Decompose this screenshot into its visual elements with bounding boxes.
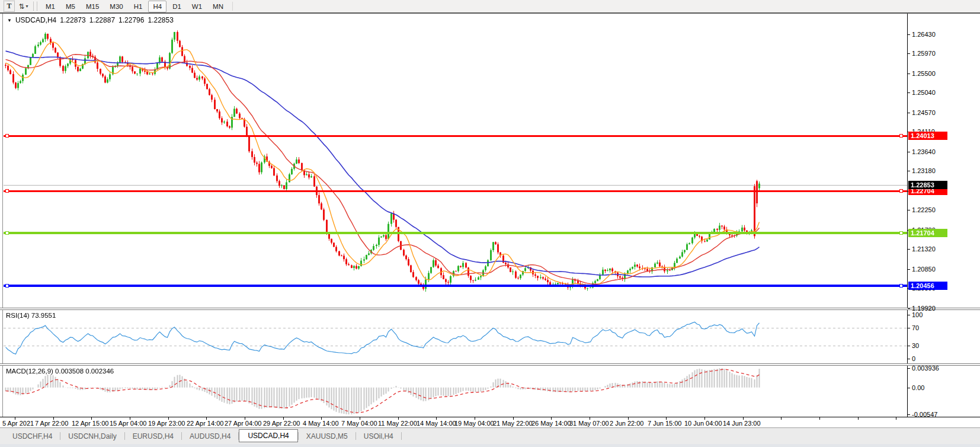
time-label: 10 Jun 04:00: [684, 420, 722, 427]
chart-tab-audusd-h4[interactable]: AUDUSD,H4: [182, 430, 238, 442]
timeframe-button-m5[interactable]: M5: [61, 1, 80, 12]
chart-tab-usdchf-h4[interactable]: USDCHF,H4: [5, 430, 60, 442]
time-label: 26 May 14:00: [531, 420, 571, 427]
price-open: 1.22873: [60, 16, 85, 24]
hline-badge-1.21704: 1.21704: [908, 229, 947, 237]
window-left-border: [2, 14, 3, 417]
toolbar-grip: [33, 2, 37, 11]
toolbar: T ⇅ ▾ M1M5M15M30H1H4D1W1MN: [0, 0, 980, 12]
price-tick-label: 1.23640: [912, 148, 936, 155]
time-tick: [858, 417, 859, 420]
macd-tick-label: 0.00: [912, 384, 924, 391]
rsi-tick-tick: [908, 328, 910, 328]
time-label: 12 Apr 15:00: [72, 420, 108, 427]
hline-handle[interactable]: [5, 134, 9, 138]
rsi-tick-label: 0: [912, 355, 915, 362]
chart-tab-xauusd-m5[interactable]: XAUUSD,M5: [299, 430, 356, 442]
timeframe-button-group: M1M5M15M30H1H4D1W1MN: [40, 1, 229, 12]
price-tick-tick: [908, 269, 910, 270]
time-tick: [896, 417, 896, 420]
rsi-tick-label: 70: [912, 324, 919, 331]
hline-badge-1.24013: 1.24013: [908, 132, 947, 140]
price-tick-label: 1.23180: [912, 167, 936, 174]
rsi-tick-tick: [908, 315, 910, 315]
arrange-button[interactable]: ⇅ ▾: [18, 1, 28, 11]
timeframe-button-d1[interactable]: D1: [168, 1, 186, 12]
toolbar-separator: [232, 2, 233, 11]
timeframe-button-h4[interactable]: H4: [148, 1, 166, 12]
tab-separator: [401, 432, 402, 440]
price-tick-tick: [908, 113, 910, 113]
macd-tick-tick: [908, 414, 910, 415]
title-marker-icon: ▼: [7, 18, 12, 23]
time-label: 29 Apr 22:00: [263, 420, 300, 427]
time-label: 11 May 22:00: [378, 420, 417, 427]
timeframe-button-m1[interactable]: M1: [41, 1, 60, 12]
time-label: 5 Apr 2021: [2, 420, 34, 427]
macd-tick-label: -0.00547: [912, 411, 937, 418]
timeframe-button-m30[interactable]: M30: [105, 1, 127, 12]
time-label: 7 May 04:00: [341, 420, 377, 427]
time-tick: [819, 417, 820, 420]
hline-handle[interactable]: [5, 231, 9, 235]
time-label: 7 Apr 22:00: [35, 420, 68, 427]
price-tick-label: 1.25970: [912, 50, 936, 57]
price-tick-tick: [908, 92, 910, 93]
time-label: 19 Apr 23:00: [148, 420, 185, 427]
main-chart-canvas[interactable]: [4, 14, 907, 308]
price-tick-label: 1.25500: [912, 70, 936, 77]
price-tick-tick: [908, 171, 910, 171]
time-tick: [781, 417, 782, 420]
price-tick-tick: [908, 249, 910, 250]
time-label: 27 Apr 04:00: [225, 420, 261, 427]
time-label: 14 May 14:00: [417, 420, 456, 427]
timeframe-button-m15[interactable]: M15: [81, 1, 104, 12]
time-label: 19 May 04:00: [454, 420, 494, 427]
rsi-panel-canvas[interactable]: [4, 310, 907, 363]
status-strip: [0, 444, 980, 447]
timeframe-button-mn[interactable]: MN: [208, 1, 228, 12]
time-axis-border: [0, 417, 980, 417]
hline-handle[interactable]: [899, 134, 903, 138]
rsi-tick-label: 30: [912, 342, 919, 349]
text-tool-button[interactable]: T: [4, 1, 15, 12]
chevron-down-icon: ▾: [26, 4, 28, 9]
panel-splitter-macd[interactable]: [0, 363, 980, 366]
hline-handle[interactable]: [5, 284, 9, 288]
macd-tick-tick: [908, 368, 910, 369]
chart-tab-bar: USDCHF,H4USDCNH,DailyEURUSD,H4AUDUSD,H4U…: [0, 427, 980, 444]
hline-handle[interactable]: [899, 189, 903, 193]
price-tick-label: 1.26430: [912, 31, 936, 38]
chart-tab-usdcnh-daily[interactable]: USDCNH,Daily: [60, 430, 124, 442]
price-tick-tick: [908, 152, 910, 152]
current-price-badge: 1.22853: [908, 181, 947, 189]
macd-label: MACD(12,26,9) 0.003508 0.002346: [6, 368, 114, 375]
rsi-tick-tick: [908, 346, 910, 346]
time-label: 7 Jun 15:00: [648, 420, 682, 427]
price-tick-label: 1.25040: [912, 89, 936, 96]
price-tick-label: 1.24570: [912, 109, 936, 116]
text-tool-icon: T: [7, 2, 11, 11]
time-label: 2 Jun 22:00: [610, 420, 644, 427]
hline-handle[interactable]: [899, 231, 903, 235]
chart-tab-eurusd-h4[interactable]: EURUSD,H4: [125, 430, 181, 442]
panel-splitter-rsi[interactable]: [0, 308, 980, 310]
chart-title: ▼USDCAD,H41.228731.228871.227961.22853: [7, 16, 174, 24]
timeframe-button-w1[interactable]: W1: [187, 1, 207, 12]
hline-handle[interactable]: [5, 189, 9, 193]
rsi-tick-tick: [908, 359, 910, 359]
price-high: 1.22887: [89, 16, 115, 24]
chart-tab-usdcad-h4[interactable]: USDCAD,H4: [239, 429, 297, 442]
macd-tick-label: 0.003936: [912, 365, 939, 372]
price-close: 1.22853: [148, 16, 173, 24]
price-tick-label: 1.20850: [912, 266, 936, 273]
timeframe-button-h1[interactable]: H1: [129, 1, 148, 12]
hline-handle[interactable]: [899, 284, 903, 288]
macd-panel-canvas[interactable]: [4, 366, 907, 417]
chart-tab-usoil-h4[interactable]: USOil,H4: [356, 430, 401, 442]
price-tick-tick: [908, 210, 910, 210]
mt4-application: T ⇅ ▾ M1M5M15M30H1H4D1W1MN ▼USDCAD,H41.2…: [0, 0, 980, 447]
hline-badge-1.20456: 1.20456: [908, 282, 947, 290]
price-tick-tick: [908, 34, 910, 35]
time-label: 14 Jun 23:00: [723, 420, 761, 427]
